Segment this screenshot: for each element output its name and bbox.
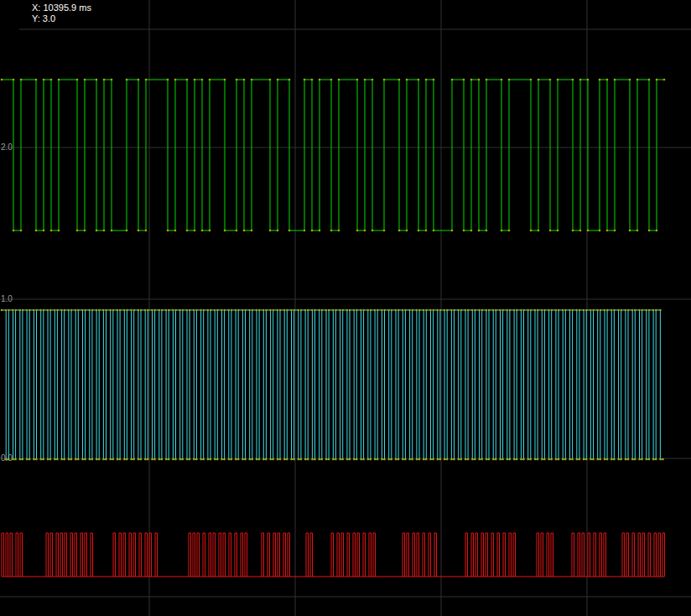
sample-marker [617, 458, 620, 461]
sample-marker [629, 79, 631, 81]
sample-marker [353, 458, 356, 461]
waveform-channel-3-red-pulse [429, 533, 431, 577]
sample-marker [474, 309, 476, 312]
waveform-channel-3-red-pulse [119, 533, 122, 577]
sample-marker [318, 458, 320, 461]
sample-marker [604, 309, 606, 312]
sample-marker [432, 458, 434, 461]
sample-marker [167, 79, 169, 81]
sample-marker [172, 458, 174, 461]
sample-marker [486, 230, 488, 232]
sample-marker [311, 458, 314, 461]
sample-marker [548, 458, 550, 461]
sample-marker [293, 309, 295, 312]
sample-marker [56, 458, 59, 461]
sample-marker [223, 458, 226, 461]
sample-marker [338, 230, 340, 232]
sample-marker [33, 458, 35, 461]
sample-marker [256, 458, 258, 461]
sample-marker [147, 309, 149, 312]
sample-marker [109, 458, 112, 461]
sample-marker [585, 458, 588, 461]
sample-marker [237, 458, 240, 461]
sample-marker [411, 309, 413, 312]
sample-marker [516, 309, 518, 312]
sample-marker [22, 458, 24, 461]
waveform-canvas[interactable]: 2.01.00.0 [0, 0, 691, 616]
sample-marker [47, 458, 49, 461]
sample-marker [207, 309, 210, 312]
sample-marker [377, 458, 379, 461]
sample-marker [356, 309, 358, 312]
sample-marker [311, 309, 314, 312]
sample-marker [14, 458, 17, 461]
waveform-channel-3-red-pulse [486, 533, 488, 577]
sample-marker [501, 230, 503, 232]
waveform-channel-3-red-pulse [91, 533, 93, 577]
sample-marker [210, 458, 212, 461]
sample-marker [258, 458, 261, 461]
waveform-channel-3-red-pulse [203, 533, 205, 577]
sample-marker [470, 230, 473, 232]
sample-marker [311, 79, 314, 81]
sample-marker [418, 458, 421, 461]
sample-marker [592, 458, 595, 461]
sample-marker [592, 309, 595, 312]
waveform-graph[interactable]: 2.01.00.0 X: 10395.9 ms Y: 3.0 [0, 0, 691, 616]
sample-marker [168, 458, 170, 461]
sample-marker [214, 309, 216, 312]
sample-marker [395, 309, 397, 312]
sample-marker [243, 79, 246, 81]
waveform-channel-3-red-pulse [369, 533, 371, 577]
sample-marker [486, 309, 488, 312]
sample-marker [123, 458, 126, 461]
sample-marker [387, 458, 390, 461]
sample-marker [193, 309, 195, 312]
sample-marker [446, 309, 449, 312]
sample-marker [486, 79, 488, 81]
sample-marker [103, 79, 106, 81]
sample-marker [509, 458, 512, 461]
sample-marker [290, 458, 293, 461]
sample-marker [527, 309, 529, 312]
waveform-channel-3-red-pulse [537, 533, 539, 577]
waveform-channel-3-red-pulse [56, 533, 59, 577]
sample-marker [214, 458, 216, 461]
waveform-channel-3-red-pulse [81, 533, 83, 577]
sample-marker [96, 79, 98, 81]
sample-marker [98, 309, 101, 312]
waveform-channel-3-red-pulse [417, 533, 419, 577]
sample-marker [168, 309, 170, 312]
sample-marker [437, 309, 439, 312]
sample-marker [235, 458, 237, 461]
sample-marker [537, 309, 539, 312]
waveform-channel-3-red-pulse [497, 533, 500, 577]
waveform-channel-3-red-pulse [193, 533, 195, 577]
sample-marker [663, 79, 666, 81]
waveform-channel-3-red-pulse [310, 533, 313, 577]
sample-marker [231, 458, 233, 461]
waveform-channel-3-red-pulse [594, 533, 596, 577]
waveform-channel-3-red-pulse [582, 533, 584, 577]
sample-marker [304, 309, 307, 312]
cursor-x-readout: X: 10395.9 ms [32, 3, 91, 13]
sample-marker [453, 309, 455, 312]
waveform-channel-3-red-pulse [547, 533, 549, 577]
sample-marker [391, 309, 393, 312]
sample-marker [457, 458, 460, 461]
waveform-channel-3-red-pulse [2, 533, 4, 577]
y-axis-tick-label: 0.0 [1, 453, 13, 463]
sample-marker [530, 79, 533, 81]
waveform-channel-3-red-pulse [65, 533, 67, 577]
sample-marker [33, 309, 35, 312]
waveform-channel-3-red-pulse [541, 533, 543, 577]
sample-marker [29, 458, 31, 461]
sample-marker [288, 230, 291, 232]
sample-marker [58, 79, 60, 81]
waveform-channel-3-red-pulse [503, 533, 506, 577]
sample-marker [248, 458, 251, 461]
sample-marker [325, 458, 328, 461]
sample-marker [346, 309, 349, 312]
sample-marker [126, 79, 128, 81]
sample-marker [516, 458, 518, 461]
